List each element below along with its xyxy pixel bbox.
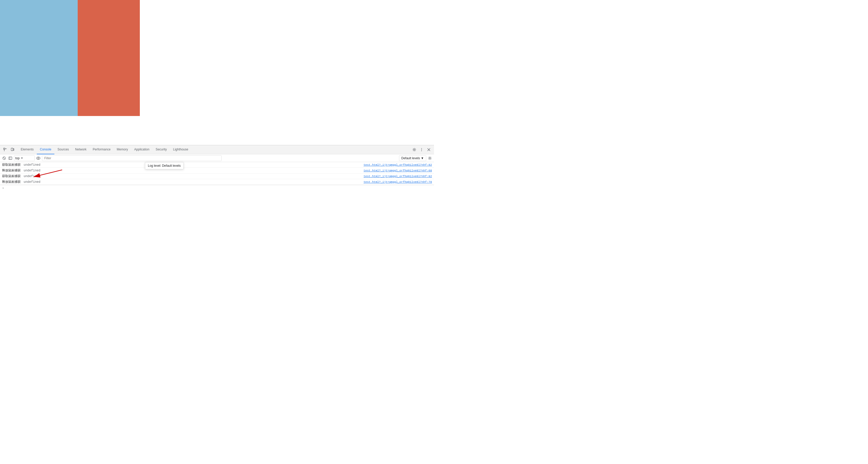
svg-point-8 [421, 150, 422, 151]
console-log-source[interactable]: test.html?_ijt=qmggl_orfhq91lve8l7nhf:68 [364, 169, 432, 172]
console-toolbar-wrapper: top ▼ Default levels ▼ [0, 154, 434, 162]
console-log-source[interactable]: test.html?_ijt=qmggl_orfhq91lve8l7nhf:82 [364, 175, 432, 178]
console-log-row: 释放鼠标捕获 undefined test.html?_ijt=qmggl_or… [0, 179, 434, 185]
log-level-button[interactable]: Default levels ▼ [399, 155, 426, 161]
tab-elements[interactable]: Elements [18, 145, 37, 154]
console-log-source[interactable]: test.html?_ijt=qmggl_orfhq91lve8l7nhf:78 [364, 181, 432, 184]
console-log-row: 获取鼠标捕获 undefined test.html?_ijt=qmggl_or… [0, 162, 434, 168]
svg-line-12 [3, 157, 5, 159]
console-log-source[interactable]: test.html?_ijt=qmggl_orfhq91lve8l7nhf:82 [364, 163, 432, 166]
inspect-element-button[interactable] [2, 147, 8, 153]
tab-performance[interactable]: Performance [90, 145, 114, 154]
tab-network[interactable]: Network [72, 145, 90, 154]
svg-rect-4 [13, 149, 14, 150]
tab-console[interactable]: Console [37, 145, 54, 154]
tab-application[interactable]: Application [131, 145, 153, 154]
tab-lighthouse[interactable]: Lighthouse [170, 145, 191, 154]
context-selector-arrow: ▼ [21, 157, 23, 159]
filter-input[interactable] [42, 155, 222, 161]
devtools-tabs-bar: Elements Console Sources Network Perform… [0, 145, 434, 154]
svg-rect-3 [11, 148, 13, 151]
tab-sources[interactable]: Sources [54, 145, 72, 154]
svg-point-5 [414, 149, 415, 150]
close-devtools-button[interactable] [426, 147, 432, 153]
log-level-tooltip: Log level: Default levels [145, 162, 184, 169]
svg-point-17 [429, 157, 431, 159]
tab-security[interactable]: Security [153, 145, 170, 154]
console-log-row: 获取鼠标捕获 undefined test.html?_ijt=qmggl_or… [0, 174, 434, 179]
context-selector[interactable]: top ▼ [14, 155, 35, 161]
tab-memory[interactable]: Memory [114, 145, 131, 154]
devtools-tab-icons [2, 147, 16, 153]
console-output: 获取鼠标捕获 undefined test.html?_ijt=qmggl_or… [0, 162, 434, 232]
console-toolbar: top ▼ Default levels ▼ [0, 154, 434, 162]
eye-icon[interactable] [36, 156, 41, 161]
svg-rect-0 [4, 148, 5, 149]
devtools-panel: Elements Console Sources Network Perform… [0, 145, 434, 232]
svg-point-15 [36, 157, 40, 159]
clear-console-button[interactable] [2, 156, 7, 161]
svg-point-7 [421, 149, 422, 150]
device-toolbar-button[interactable] [9, 147, 16, 153]
svg-point-16 [38, 157, 39, 159]
console-prompt: › [2, 186, 4, 190]
red-block [78, 0, 140, 116]
svg-rect-13 [9, 157, 12, 159]
settings-gear-button[interactable] [411, 147, 417, 153]
devtools-tabs-right [411, 147, 432, 153]
blue-block [0, 0, 78, 116]
console-input-row: › [0, 185, 434, 191]
console-log-row: 释放鼠标捕获 undefined test.html?_ijt=qmggl_or… [0, 168, 434, 174]
more-options-button[interactable] [418, 147, 425, 153]
svg-point-6 [421, 148, 422, 149]
toggle-sidebar-button[interactable] [8, 156, 13, 161]
browser-viewport [0, 0, 434, 145]
console-settings-icon[interactable] [427, 156, 432, 161]
